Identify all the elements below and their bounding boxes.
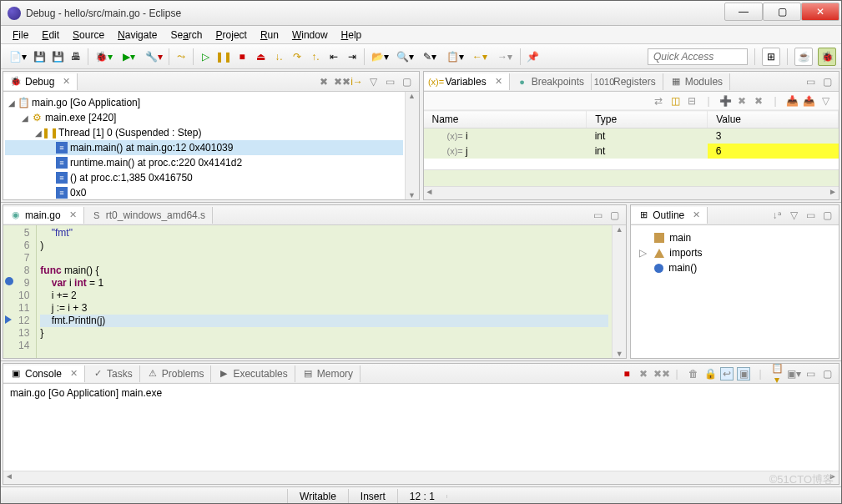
process-node[interactable]: main.exe [2420] <box>45 112 116 123</box>
display-button[interactable]: ▣▾ <box>787 368 800 380</box>
remove-all-button[interactable]: ✖✖ <box>653 368 667 380</box>
menu-edit[interactable]: Edit <box>37 28 64 43</box>
menu-search[interactable]: Search <box>165 28 207 43</box>
remove-launch-button[interactable]: ✖ <box>317 76 330 88</box>
outline-func[interactable]: main() <box>639 260 830 275</box>
maximize-icon[interactable]: ▢ <box>608 209 621 221</box>
close-icon[interactable]: ✕ <box>495 76 502 87</box>
breakpoint-marker[interactable] <box>5 277 13 285</box>
maximize-icon[interactable]: ▢ <box>820 209 834 221</box>
maximize-icon[interactable]: ▢ <box>401 76 414 88</box>
open-type-button[interactable]: 📂▾ <box>368 48 391 65</box>
menu-navigate[interactable]: Navigate <box>113 28 162 43</box>
minimize-icon[interactable]: ▭ <box>804 368 817 380</box>
tab-breakpoints[interactable]: ●Breakpoints <box>510 73 592 90</box>
tab-outline[interactable]: ⊞ Outline ✕ <box>631 207 708 224</box>
outline-tree[interactable]: main ▷imports main() <box>631 225 839 358</box>
new-button[interactable]: 📄▾ <box>6 48 29 65</box>
debug-tree[interactable]: ◢📋main.go [Go Application] ◢⚙main.exe [2… <box>3 92 405 199</box>
code-area[interactable]: "fmt" ) func main() { var i int = 1 i +=… <box>37 225 612 358</box>
tab-debug[interactable]: 🐞 Debug ✕ <box>3 73 78 90</box>
scrollbar-h[interactable] <box>424 186 839 199</box>
tab-asm[interactable]: S rt0_windows_amd64.s <box>84 207 213 224</box>
terminate-button[interactable]: ■ <box>234 48 250 65</box>
open-console-button[interactable]: 📋▾ <box>770 363 784 386</box>
skip-all-bp-button[interactable]: ⤳ <box>173 48 189 65</box>
close-icon[interactable]: ✕ <box>63 76 70 87</box>
export-button[interactable]: 📤 <box>802 95 815 107</box>
var-row-j[interactable]: (x)= j int 6 <box>424 144 839 159</box>
view-menu-icon[interactable]: ▽ <box>787 209 800 221</box>
disconnect-button[interactable]: ⏏ <box>252 48 269 65</box>
tab-memory[interactable]: ▤Memory <box>295 365 360 382</box>
remove-launch-button[interactable]: ✖ <box>637 368 650 380</box>
sort-button[interactable]: ↓ᵃ <box>770 209 784 221</box>
col-type[interactable]: Type <box>587 111 708 129</box>
scroll-lock-button[interactable]: 🔒 <box>703 368 717 380</box>
scrollbar-v[interactable]: ▲▼ <box>405 92 419 199</box>
minimize-icon[interactable]: ▭ <box>591 209 604 221</box>
tab-main-go[interactable]: ◉ main.go ✕ <box>3 207 84 224</box>
menu-file[interactable]: File <box>8 28 33 43</box>
nav-back-button[interactable]: ←▾ <box>468 48 492 65</box>
frame-3[interactable]: 0x0 <box>70 187 86 199</box>
tab-variables[interactable]: (x)= Variables ✕ <box>424 73 510 90</box>
close-button[interactable]: ✕ <box>801 3 839 21</box>
view-menu-icon[interactable]: ▽ <box>367 76 381 88</box>
step-filters-button[interactable]: ⇥ <box>344 48 360 65</box>
minimize-icon[interactable]: ▭ <box>384 76 397 88</box>
step-return-button[interactable]: ↑. <box>307 48 324 65</box>
debug-button[interactable]: 🐞▾ <box>92 48 115 65</box>
clear-button[interactable]: 🗑 <box>687 368 700 380</box>
perspective-button[interactable]: ⊞ <box>762 48 780 66</box>
view-menu-icon[interactable]: ▽ <box>819 95 832 107</box>
menu-help[interactable]: Help <box>336 28 367 43</box>
maximize-icon[interactable]: ▢ <box>820 368 834 380</box>
pin-button[interactable]: 📌 <box>524 48 541 65</box>
thread-node[interactable]: Thread [1] 0 (Suspended : Step) <box>58 127 201 139</box>
variables-table[interactable]: Name Type Value (x)= i int 3 (x)= j int … <box>424 110 839 159</box>
close-icon[interactable]: ✕ <box>69 209 77 220</box>
drop-frame-button[interactable]: ⇤ <box>325 48 342 65</box>
outline-imports[interactable]: ▷imports <box>639 245 830 260</box>
resume-button[interactable]: ▷ <box>197 48 214 65</box>
menu-window[interactable]: Window <box>287 28 333 43</box>
maximize-button[interactable]: ▢ <box>763 3 801 21</box>
scrollbar-h[interactable] <box>3 471 839 484</box>
menu-source[interactable]: Source <box>68 28 109 43</box>
line-gutter[interactable]: 5 6 7 8 9 10 11 12 13 14 <box>3 225 37 358</box>
minimize-icon[interactable]: ▭ <box>804 76 817 88</box>
frame-1[interactable]: runtime.main() at proc.c:220 0x4141d2 <box>70 157 242 169</box>
collapse-button[interactable]: ⊟ <box>685 95 698 107</box>
console-output[interactable]: main.go [Go Application] main.exe <box>3 384 839 471</box>
step-into-icon[interactable]: i→ <box>350 76 364 88</box>
save-all-button[interactable]: 💾 <box>49 48 66 65</box>
remove-all-button[interactable]: ✖ <box>752 95 765 107</box>
remove-button[interactable]: ✖ <box>735 95 749 107</box>
add-button[interactable]: ➕ <box>718 95 732 107</box>
menu-project[interactable]: Project <box>211 28 252 43</box>
close-icon[interactable]: ✕ <box>70 368 78 379</box>
menu-run[interactable]: Run <box>255 28 284 43</box>
tab-registers[interactable]: 1010Registers <box>592 73 663 90</box>
show-console-button[interactable]: ▣ <box>737 367 750 381</box>
minimize-icon[interactable]: ▭ <box>804 209 817 221</box>
import-button[interactable]: 📥 <box>785 95 799 107</box>
search-button[interactable]: 🔍▾ <box>393 48 416 65</box>
annotation-button[interactable]: ✎▾ <box>418 48 441 65</box>
task-button[interactable]: 📋▾ <box>443 48 466 65</box>
nav-fwd-button[interactable]: →▾ <box>493 48 517 65</box>
frame-0[interactable]: main.main() at main.go:12 0x401039 <box>70 142 233 154</box>
frame-2[interactable]: () at proc.c:1,385 0x416750 <box>70 172 193 184</box>
word-wrap-button[interactable]: ↩ <box>720 367 734 381</box>
close-icon[interactable]: ✕ <box>693 209 700 220</box>
tab-tasks[interactable]: ✓Tasks <box>85 365 140 382</box>
code-editor[interactable]: 5 6 7 8 9 10 11 12 13 14 "fmt" ) func ma… <box>3 225 626 358</box>
tab-executables[interactable]: ▶Executables <box>211 365 295 382</box>
col-value[interactable]: Value <box>708 111 839 129</box>
quick-access-input[interactable] <box>648 48 748 65</box>
step-over-button[interactable]: ↷ <box>289 48 305 65</box>
minimize-button[interactable]: — <box>724 3 763 21</box>
var-row-i[interactable]: (x)= i int 3 <box>424 129 839 144</box>
launch-node[interactable]: main.go [Go Application] <box>32 97 140 108</box>
